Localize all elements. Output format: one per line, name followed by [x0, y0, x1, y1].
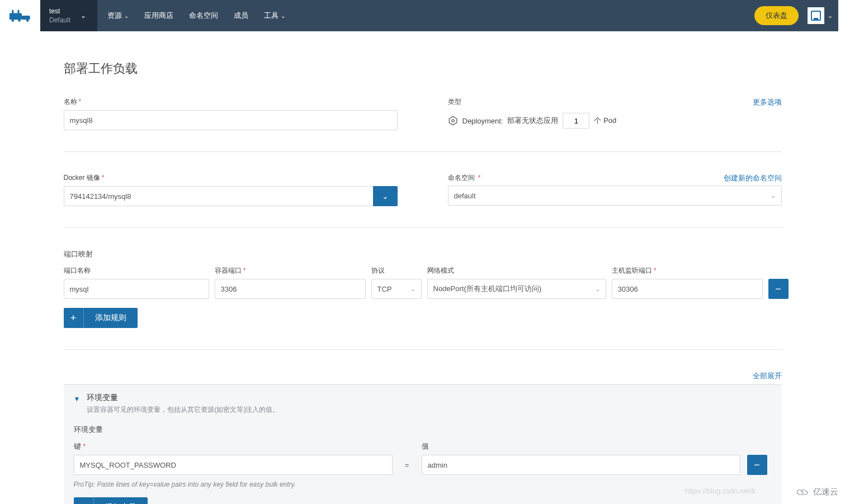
triangle-down-icon: ▼ [74, 395, 81, 403]
env-panel: ▼ 环境变量 设置容器可见的环境变量，包括从其它资源(如密文等)注入的值。 环境… [64, 384, 782, 504]
host-port-header: 主机监听端口 * [612, 266, 763, 275]
chevron-down-icon: ⌄ [771, 192, 776, 199]
protocol-header: 协议 [371, 266, 422, 275]
chevron-down-icon: ⌄ [81, 12, 86, 20]
chevron-down-icon: ⌄ [410, 286, 416, 293]
chevron-down-icon: ⌄ [281, 13, 285, 19]
name-input[interactable] [64, 110, 398, 130]
type-prefix: Deployment: [462, 117, 503, 125]
svg-rect-0 [10, 13, 22, 20]
chevron-down-icon: ⌄ [382, 192, 389, 201]
nav-strip: 资源⌄ 应用商店 命名空间 成员 工具⌄ 仪表盘 ⌄ [97, 0, 838, 31]
dashboard-button[interactable]: 仪表盘 [754, 6, 799, 25]
add-env-button[interactable]: + 添加变量 [74, 497, 148, 504]
nav-members[interactable]: 成员 [234, 11, 248, 21]
image-label: Docker 镜像* [64, 173, 398, 183]
chevron-down-icon: ⌄ [828, 12, 833, 20]
container-port-header: 容器端口 * [215, 266, 366, 275]
svg-point-4 [12, 20, 14, 22]
name-label: 名称* [64, 97, 398, 107]
protocol-select[interactable]: TCP⌄ [371, 279, 422, 299]
divider [64, 151, 782, 152]
divider [64, 227, 782, 228]
namespace-value: default [454, 192, 476, 200]
network-mode-header: 网络模式 [427, 266, 606, 275]
env-protip: ProTip: Paste lines of key=value pairs i… [74, 481, 772, 488]
env-key-header: 键 * [74, 441, 393, 451]
equals-sign: = [399, 461, 415, 469]
svg-point-5 [18, 20, 20, 22]
chevron-down-icon: ⌄ [595, 286, 600, 293]
project-name: test [49, 7, 70, 15]
rancher-logo-icon [8, 7, 32, 24]
container-port-input[interactable] [215, 279, 366, 299]
expand-all-row: 全部展开 [64, 371, 782, 381]
env-key-input[interactable] [74, 455, 393, 475]
network-mode-select[interactable]: NodePort(所有主机端口均可访问)⌄ [427, 279, 606, 299]
chevron-down-icon: ⌄ [124, 13, 129, 19]
nav-namespaces[interactable]: 命名空间 [189, 11, 218, 21]
image-input[interactable] [64, 186, 373, 206]
env-val-header: 值 [422, 441, 740, 451]
nav-tools[interactable]: 工具⌄ [264, 11, 285, 21]
type-desc: 部署无状态应用 [507, 116, 558, 126]
nav-right: 仪表盘 ⌄ [754, 6, 838, 25]
svg-marker-7 [449, 117, 457, 125]
topbar: test Default ⌄ 资源⌄ 应用商店 命名空间 成员 工具⌄ 仪表盘 … [0, 0, 845, 31]
remove-port-button[interactable]: − [768, 279, 789, 299]
namespace-select[interactable]: default ⌄ [448, 186, 782, 206]
port-grid: 端口名称 容器端口 * 协议 TCP⌄ 网络模式 NodePort(所有主机端口… [64, 266, 782, 299]
svg-point-6 [26, 20, 29, 22]
port-name-header: 端口名称 [64, 266, 209, 275]
plus-icon: + [64, 308, 84, 328]
add-rule-button[interactable]: + 添加规则 [64, 308, 138, 328]
svg-point-8 [451, 120, 454, 122]
pod-count-input[interactable] [563, 113, 589, 129]
env-panel-title: 环境变量 [87, 393, 279, 403]
plus-icon: + [74, 497, 94, 504]
expand-all-link[interactable]: 全部展开 [753, 372, 782, 380]
user-icon [811, 11, 821, 21]
port-name-input[interactable] [64, 279, 209, 299]
logo-cell [0, 0, 40, 31]
type-label: 类型 [448, 98, 461, 106]
project-switcher[interactable]: test Default ⌄ [40, 0, 97, 31]
create-namespace-link[interactable]: 创建新的命名空间 [724, 173, 782, 183]
svg-rect-3 [18, 10, 20, 14]
minus-icon: − [775, 283, 781, 295]
svg-rect-1 [22, 16, 30, 20]
env-panel-header[interactable]: ▼ 环境变量 设置容器可见的环境变量，包括从其它资源(如密文等)注入的值。 [74, 393, 772, 415]
minus-icon: − [754, 459, 760, 471]
project-context: Default [49, 16, 70, 24]
port-section-title: 端口映射 [64, 249, 782, 259]
namespace-label: 命名空间 * [448, 174, 481, 182]
type-line: Deployment: 部署无状态应用 个 Pod [448, 113, 782, 129]
env-val-input[interactable] [422, 455, 740, 475]
deployment-icon [448, 116, 458, 126]
env-row: = − [74, 455, 772, 475]
env-panel-subtitle: 设置容器可见的环境变量，包括从其它资源(如密文等)注入的值。 [87, 405, 279, 415]
divider [64, 349, 782, 350]
env-section-label: 环境变量 [74, 425, 772, 435]
user-menu[interactable] [808, 7, 824, 24]
image-dropdown-button[interactable]: ⌄ [373, 186, 398, 206]
type-suffix: 个 Pod [594, 116, 616, 126]
remove-env-button[interactable]: − [747, 455, 767, 475]
nav-resources[interactable]: 资源⌄ [107, 11, 129, 21]
host-port-input[interactable] [612, 279, 763, 299]
more-options-link[interactable]: 更多选项 [753, 97, 782, 107]
page-title: 部署工作负载 [64, 60, 782, 77]
nav-appstore[interactable]: 应用商店 [144, 11, 173, 21]
page-content: 部署工作负载 名称* 类型 更多选项 Deployment: 部署无状态应用 个… [37, 31, 809, 504]
svg-rect-2 [12, 10, 13, 14]
